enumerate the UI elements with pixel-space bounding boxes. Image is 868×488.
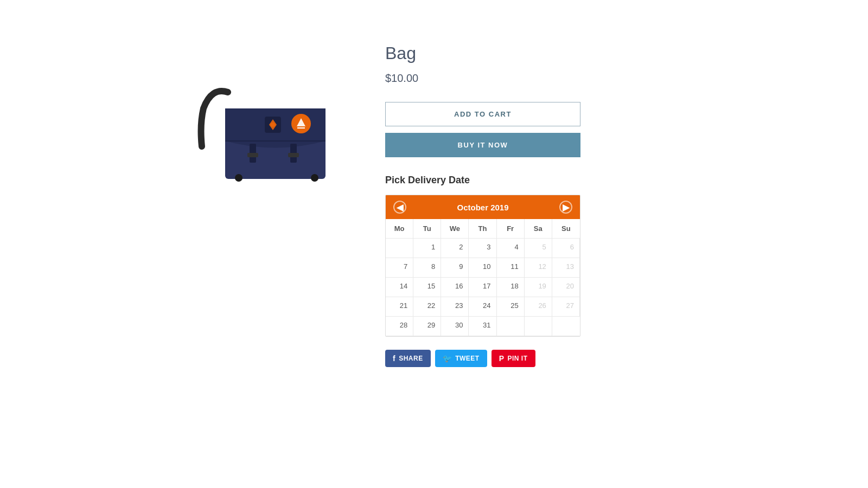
calendar-day-cell: 6 (552, 239, 580, 258)
calendar-day-cell[interactable]: 22 (413, 297, 441, 317)
add-to-cart-button[interactable]: ADD TO CART (385, 102, 580, 126)
calendar-day-cell (552, 317, 580, 336)
weekday-th: Th (469, 219, 496, 238)
calendar-day-cell: 12 (525, 258, 552, 278)
calendar-day-cell[interactable]: 24 (469, 297, 496, 317)
facebook-icon: f (393, 354, 395, 363)
twitter-share-label: TWEET (455, 355, 480, 362)
facebook-share-label: SHARE (399, 355, 423, 362)
calendar-day-cell: 27 (552, 297, 580, 317)
product-image-section (190, 76, 342, 184)
delivery-section: Pick Delivery Date ◀ October 2019 ▶ Mo T… (385, 175, 678, 337)
calendar-day-cell (497, 317, 525, 336)
calendar-day-cell[interactable]: 15 (413, 278, 441, 297)
calendar-day-cell[interactable]: 28 (386, 317, 413, 336)
product-title: Bag (385, 43, 678, 63)
calendar-day-cell[interactable]: 14 (386, 278, 413, 297)
product-details-section: Bag $10.00 ADD TO CART BUY IT NOW Pick D… (385, 43, 678, 367)
calendar-day-cell[interactable]: 31 (469, 317, 496, 336)
calendar-header: ◀ October 2019 ▶ (386, 195, 580, 219)
calendar-day-cell[interactable]: 4 (497, 239, 525, 258)
calendar-day-cell[interactable]: 2 (441, 239, 469, 258)
weekday-mo: Mo (386, 219, 413, 238)
page-container: Bag $10.00 ADD TO CART BUY IT NOW Pick D… (0, 0, 868, 488)
calendar-day-cell[interactable]: 1 (413, 239, 441, 258)
calendar-day-cell[interactable]: 17 (469, 278, 496, 297)
calendar-day-cell: 5 (525, 239, 552, 258)
weekday-sa: Sa (525, 219, 552, 238)
svg-point-8 (271, 123, 275, 127)
svg-rect-3 (247, 153, 258, 157)
calendar-grid: Mo Tu We Th Fr Sa Su 1234567891011121314… (386, 219, 580, 336)
product-layout: Bag $10.00 ADD TO CART BUY IT NOW Pick D… (190, 43, 678, 367)
calendar-month-label: October 2019 (406, 203, 559, 212)
facebook-share-button[interactable]: f SHARE (385, 350, 431, 367)
calendar-day-cell[interactable]: 3 (469, 239, 496, 258)
delivery-title: Pick Delivery Date (385, 175, 678, 186)
weekday-su: Su (552, 219, 580, 238)
calendar-day-cell: 20 (552, 278, 580, 297)
weekday-tu: Tu (413, 219, 441, 238)
calendar-day-cell[interactable]: 10 (469, 258, 496, 278)
calendar: ◀ October 2019 ▶ Mo Tu We Th Fr Sa Su (385, 195, 580, 337)
pinterest-share-label: PIN IT (508, 355, 528, 362)
calendar-prev-button[interactable]: ◀ (393, 201, 406, 214)
svg-rect-5 (288, 153, 299, 157)
calendar-day-cell (525, 317, 552, 336)
calendar-day-cell[interactable]: 23 (441, 297, 469, 317)
calendar-day-cell: 26 (525, 297, 552, 317)
buy-it-now-button[interactable]: BUY IT NOW (385, 133, 580, 157)
social-share: f SHARE 🐦 TWEET P PIN IT (385, 350, 678, 367)
twitter-icon: 🐦 (443, 354, 452, 363)
calendar-day-cell[interactable]: 29 (413, 317, 441, 336)
calendar-day-cell (386, 239, 413, 258)
calendar-day-cell[interactable]: 16 (441, 278, 469, 297)
calendar-days: 1234567891011121314151617181920212223242… (386, 239, 580, 336)
calendar-day-cell[interactable]: 30 (441, 317, 469, 336)
weekday-fr: Fr (497, 219, 525, 238)
twitter-share-button[interactable]: 🐦 TWEET (435, 350, 487, 367)
svg-point-13 (311, 174, 318, 182)
pinterest-share-button[interactable]: P PIN IT (492, 350, 535, 367)
product-price: $10.00 (385, 72, 678, 85)
product-image (195, 76, 336, 184)
pinterest-icon: P (499, 354, 505, 363)
calendar-day-cell: 13 (552, 258, 580, 278)
calendar-day-cell[interactable]: 21 (386, 297, 413, 317)
calendar-day-cell[interactable]: 18 (497, 278, 525, 297)
calendar-day-cell[interactable]: 8 (413, 258, 441, 278)
weekday-we: We (441, 219, 469, 238)
calendar-weekdays: Mo Tu We Th Fr Sa Su (386, 219, 580, 239)
calendar-day-cell[interactable]: 7 (386, 258, 413, 278)
calendar-day-cell: 19 (525, 278, 552, 297)
calendar-day-cell[interactable]: 11 (497, 258, 525, 278)
calendar-next-button[interactable]: ▶ (559, 201, 572, 214)
calendar-day-cell[interactable]: 25 (497, 297, 525, 317)
calendar-day-cell[interactable]: 9 (441, 258, 469, 278)
svg-point-12 (235, 174, 242, 182)
